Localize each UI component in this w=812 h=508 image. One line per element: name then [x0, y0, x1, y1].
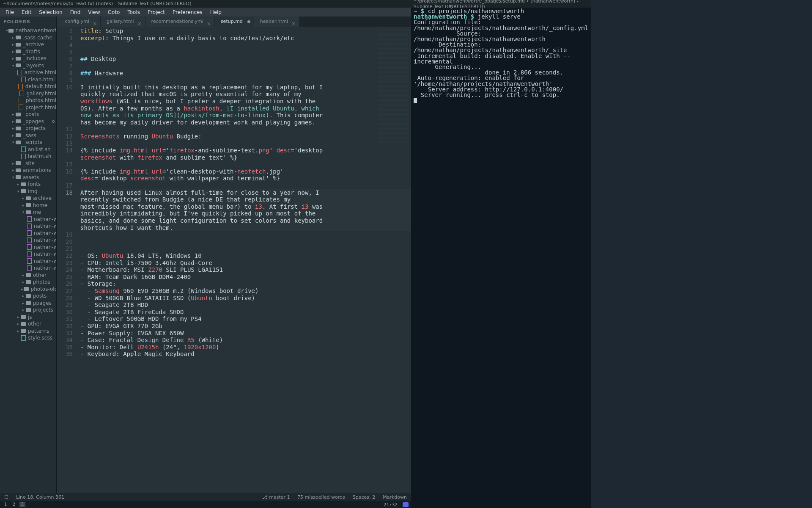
sidebar-item-gallery-html[interactable]: gallery.html [0, 90, 56, 97]
workspace-bar[interactable]: 123 21:32 [0, 501, 411, 508]
sidebar-header: FOLDERS [0, 17, 56, 27]
sidebar-item-patterns[interactable]: patterns [0, 328, 56, 335]
menu-file[interactable]: File [2, 9, 18, 15]
close-icon[interactable]: × [207, 19, 211, 29]
sidebar-item-photos-old[interactable]: photos-old [0, 286, 56, 293]
sublime-sidebar[interactable]: FOLDERS nathanwentwort.sass-cache_archiv… [0, 17, 57, 493]
sidebar-item-nathan-wen[interactable]: nathan-wen [0, 223, 56, 230]
close-icon[interactable]: × [93, 19, 97, 29]
menu-selection[interactable]: Selection [35, 9, 66, 15]
sidebar-item-default-html[interactable]: default.html [0, 83, 56, 90]
sidebar-item-nathan-wen[interactable]: nathan-wen [0, 230, 56, 237]
sidebar-item-anilist-sh[interactable]: anilist.sh [0, 146, 56, 153]
tab-recommendations-yml[interactable]: recommendations.yml× [145, 17, 214, 27]
sidebar-item-archive-html[interactable]: archive.html [0, 69, 56, 76]
sidebar-item-photos-html[interactable]: photos.html [0, 97, 56, 104]
sidebar-item-other[interactable]: other [0, 320, 56, 328]
menu-help[interactable]: Help [206, 9, 225, 15]
workspace-3[interactable]: 3 [19, 502, 25, 507]
close-icon[interactable]: × [291, 19, 296, 29]
clock: 21:32 [384, 502, 400, 508]
code-editor[interactable]: title: Setupexcerpt: Things I use on a d… [78, 27, 411, 493]
terminal-titlebar: ~/projects/nathanwentworth/_ppages/setup… [411, 0, 591, 8]
modified-dot-icon[interactable] [247, 20, 250, 23]
menu-edit[interactable]: Edit [18, 9, 35, 15]
git-branch[interactable]: master 1 [262, 494, 290, 500]
sidebar-item-me[interactable]: me [0, 209, 56, 216]
sidebar-item-animations[interactable]: animations [0, 167, 56, 174]
sidebar-item-style-scss[interactable]: style.scss [0, 334, 56, 342]
sidebar-item-nathan-wen[interactable]: nathan-wen [0, 258, 56, 265]
sidebar-item-archive[interactable]: archive [0, 195, 56, 202]
terminal-window: ~/projects/nathanwentworth/_ppages/setup… [411, 0, 591, 508]
sidebar-item-nathan-wen[interactable]: nathan-wen [0, 216, 56, 223]
sidebar-item-fonts[interactable]: fonts [0, 181, 56, 188]
status-bar: ☐ Line 18, Column 361 master 1 75 misspe… [0, 493, 411, 501]
sidebar-item-other[interactable]: other [0, 272, 56, 279]
tray-discord-icon[interactable] [403, 502, 409, 507]
sidebar-item-nathanwentwort[interactable]: nathanwentwort [0, 27, 56, 34]
sidebar-item-js[interactable]: js [0, 314, 56, 321]
editor-area: _config.yml×gallery.html×recommendations… [57, 17, 411, 493]
sidebar-item-assets[interactable]: assets [0, 174, 56, 181]
menu-view[interactable]: View [84, 9, 104, 15]
sidebar-item--sass[interactable]: _sass [0, 132, 56, 139]
status-position: Line 18, Column 361 [16, 494, 64, 500]
sidebar-item--sass-cache[interactable]: .sass-cache [0, 34, 56, 41]
sidebar-item--ppages[interactable]: _ppages [0, 118, 56, 125]
sidebar-item-img[interactable]: img [0, 188, 56, 195]
status-icon: ☐ [4, 494, 8, 500]
sublime-body: FOLDERS nathanwentwort.sass-cache_archiv… [0, 17, 411, 493]
sidebar-item-lastfm-sh[interactable]: lastfm.sh [0, 153, 56, 160]
tab-header-html[interactable]: header.html× [254, 17, 299, 27]
sidebar-item-posts[interactable]: posts [0, 293, 56, 300]
sidebar-item--scripts[interactable]: _scripts [0, 139, 56, 146]
sidebar-item-projects[interactable]: projects [0, 306, 56, 314]
sidebar-item--layouts[interactable]: _layouts [0, 62, 56, 69]
sidebar-item--includes[interactable]: _includes [0, 55, 56, 62]
sidebar-item-nathan-wen[interactable]: nathan-wen [0, 244, 56, 251]
sidebar-item-photos[interactable]: photos [0, 279, 56, 286]
terminal[interactable]: ~ $ cd projects/nathanwentworthnathanwen… [411, 8, 591, 508]
spellcheck-status[interactable]: 75 misspelled words [297, 494, 345, 500]
sublime-menubar[interactable]: FileEditSelectionFindViewGotoToolsProjec… [0, 8, 411, 17]
close-icon[interactable]: × [137, 19, 142, 29]
menu-preferences[interactable]: Preferences [169, 9, 206, 15]
sidebar-item-project-html[interactable]: project.html [0, 104, 56, 111]
minimap[interactable] [378, 29, 408, 144]
sidebar-item--site[interactable]: _site [0, 160, 56, 167]
sidebar-item--projects[interactable]: _projects [0, 125, 56, 132]
menu-tools[interactable]: Tools [123, 9, 144, 15]
tab-bar[interactable]: _config.yml×gallery.html×recommendations… [57, 17, 411, 27]
sidebar-item-nathan-wen[interactable]: nathan-wen [0, 265, 56, 272]
syntax-status[interactable]: Markdown [383, 494, 407, 500]
sidebar-item-nathan-wen[interactable]: nathan-wen [0, 237, 56, 244]
sidebar-item-clean-html[interactable]: clean.html [0, 76, 56, 83]
sidebar-item--archive[interactable]: _archive [0, 41, 56, 48]
workspace-2[interactable]: 2 [11, 502, 17, 507]
line-gutter: 2345678910111213141516171819202122232425… [57, 27, 78, 493]
tab-setup-md[interactable]: setup.md [215, 17, 254, 27]
sublime-window: ~/Documents/notes/media/to-read.txt (not… [0, 0, 411, 508]
menu-goto[interactable]: Goto [104, 9, 124, 15]
sublime-titlebar: ~/Documents/notes/media/to-read.txt (not… [0, 0, 411, 8]
indent-status[interactable]: Spaces: 2 [353, 494, 375, 500]
sidebar-item--drafts[interactable]: _drafts [0, 48, 56, 55]
tab-gallery-html[interactable]: gallery.html× [101, 17, 145, 27]
sidebar-item-nathan-wen[interactable]: nathan-wen [0, 251, 56, 258]
sidebar-item--posts[interactable]: _posts [0, 111, 56, 118]
sidebar-item-ppages[interactable]: ppages [0, 300, 56, 307]
tab--config-yml[interactable]: _config.yml× [57, 17, 100, 27]
menu-find[interactable]: Find [66, 9, 85, 15]
sidebar-item-home[interactable]: home [0, 202, 56, 209]
workspace-1[interactable]: 1 [3, 502, 8, 507]
menu-project[interactable]: Project [144, 9, 169, 15]
